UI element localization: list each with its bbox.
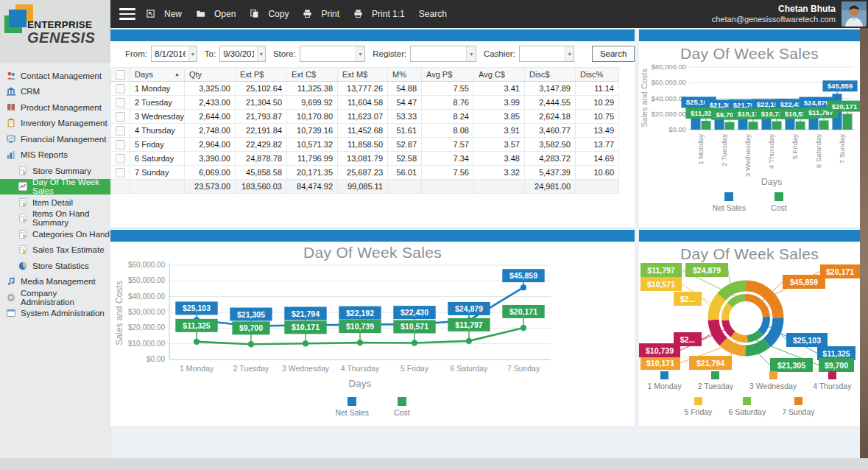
row-select-cell	[111, 152, 130, 166]
sidebar-item-company-administration[interactable]: Company Administration	[0, 290, 110, 306]
store-select[interactable]: ▾	[300, 46, 366, 62]
sidebar-item-product-management[interactable]: Product Management	[0, 99, 110, 116]
svg-text:6 Saturday: 6 Saturday	[814, 134, 822, 168]
cashier-input[interactable]	[520, 49, 565, 58]
legend-swatch	[769, 371, 777, 379]
table-row[interactable]: 1 Monday3,325.0025,102.6411,325.3813,777…	[111, 82, 619, 96]
column-header-ext-m-[interactable]: Ext M$	[338, 68, 388, 82]
table-row[interactable]: 2 Tuesday2,433.0021,304.509,699.9211,604…	[111, 96, 619, 110]
chevron-down-icon[interactable]: ▾	[466, 46, 475, 61]
to-date-input[interactable]	[220, 49, 257, 58]
sort-asc-icon[interactable]: ▲	[174, 71, 180, 77]
table-cell: 3.48	[474, 152, 525, 166]
table-row[interactable]: 7 Sunday6,069.0045,858.5820,171.3525,687…	[111, 166, 619, 180]
column-header-disc-[interactable]: Disc$	[525, 68, 576, 82]
bottom-band	[0, 458, 868, 470]
sidebar-item-mis-reports[interactable]: MIS Reports	[0, 147, 110, 164]
table-cell: 3,582.50	[525, 138, 576, 152]
contact-icon	[6, 71, 16, 81]
column-header-ext-p-[interactable]: Ext P$	[236, 68, 287, 82]
report-doc-icon	[18, 197, 28, 208]
svg-text:$11,797: $11,797	[647, 266, 675, 275]
register-select[interactable]: ▾	[410, 46, 476, 62]
sidebar-item-item-detail[interactable]: Item Detail	[0, 194, 110, 211]
toolbar-item-print-1-1[interactable]: Print 1:1	[353, 9, 405, 19]
sidebar-item-label: Contact Management	[21, 71, 102, 80]
legend-item-2-tuesday: 2 Tuesday	[698, 371, 733, 390]
row-checkbox[interactable]	[116, 112, 125, 122]
avatar[interactable]	[841, 1, 867, 27]
svg-text:$80,000.00: $80,000.00	[651, 63, 686, 71]
sidebar-item-label: System Administration	[21, 309, 105, 318]
toolbar-item-search[interactable]: Search	[419, 9, 447, 19]
toolbar-item-copy[interactable]: Copy	[250, 9, 289, 19]
row-checkbox[interactable]	[116, 126, 125, 136]
totals-select-cell	[111, 180, 130, 194]
legend-label: 1 Monday	[648, 382, 682, 390]
legend-swatch	[775, 192, 783, 201]
chevron-down-icon[interactable]: ▾	[188, 46, 197, 61]
sidebar-item-financial-management[interactable]: Financial Management	[0, 131, 110, 147]
table-cell: 11,452.68	[338, 124, 388, 138]
row-checkbox[interactable]	[116, 98, 125, 108]
app-logo: ENTERPRISE GENESIS	[0, 0, 110, 63]
register-input[interactable]	[411, 49, 466, 58]
sidebar-item-media-management[interactable]: Media Management	[0, 274, 110, 290]
table-cell: 51.61	[388, 124, 422, 138]
svg-text:$2...: $2...	[680, 335, 696, 344]
svg-text:$10,571: $10,571	[401, 322, 428, 331]
hamburger-menu-icon[interactable]	[119, 5, 135, 23]
sidebar-item-sales-tax-estimate[interactable]: Sales Tax Estimate	[0, 242, 110, 259]
cashier-select[interactable]: ▾	[519, 46, 574, 62]
row-checkbox[interactable]	[116, 84, 125, 94]
totals-cell: 99,085.11	[338, 180, 388, 194]
sidebar-item-day-of-the-week-sales[interactable]: Day Of The Week Sales	[0, 179, 110, 195]
sidebar-item-label: Categories On Hand	[32, 230, 110, 239]
column-header-avg-c-[interactable]: Avg C$	[474, 68, 525, 82]
sidebar-item-contact-management[interactable]: Contact Management	[0, 68, 110, 84]
column-header-days[interactable]: Days▲	[130, 68, 185, 82]
from-date-picker[interactable]: ▾	[151, 46, 197, 62]
chevron-down-icon[interactable]: ▾	[257, 46, 265, 61]
toolbar-item-new[interactable]: New	[146, 9, 182, 19]
row-checkbox[interactable]	[116, 140, 125, 150]
svg-text:$9,700: $9,700	[825, 361, 848, 370]
row-checkbox[interactable]	[116, 168, 125, 178]
sidebar-item-store-summary[interactable]: Store Summary	[0, 163, 110, 179]
user-block[interactable]: Chetan Bhuta chetan@genesissoftwaretech.…	[712, 4, 836, 25]
table-row[interactable]: 4 Thursday2,748.0022,191.8410,739.1611,4…	[111, 124, 619, 138]
sidebar-item-items-on-hand-summary[interactable]: Items On Hand Summary	[0, 211, 110, 227]
store-input[interactable]	[300, 49, 356, 58]
table-row[interactable]: 6 Saturday3,390.0024,878.7811,796.9913,0…	[111, 152, 619, 166]
to-date-picker[interactable]: ▾	[219, 46, 266, 62]
row-checkbox[interactable]	[116, 154, 125, 164]
toolbar-item-print[interactable]: Print	[303, 9, 339, 19]
svg-text:$25,103: $25,103	[793, 336, 821, 345]
sidebar-item-crm[interactable]: CRM	[0, 84, 110, 100]
table-cell: 11,604.58	[338, 96, 388, 110]
column-header-m-[interactable]: M%	[388, 68, 422, 82]
select-all-checkbox[interactable]	[116, 70, 125, 80]
sidebar-item-system-administration[interactable]: System Administration	[0, 306, 110, 322]
table-row[interactable]: 3 Wednesday2,644.0021,793.8710,170.8011,…	[111, 110, 619, 124]
legend-item-7-sunday: 7 Sunday	[782, 397, 814, 416]
from-date-input[interactable]	[152, 49, 188, 58]
svg-text:$45,859: $45,859	[509, 271, 537, 280]
user-email: chetan@genesissoftwaretech.com	[712, 15, 836, 25]
column-header-disc-[interactable]: Disc%	[576, 68, 619, 82]
chevron-down-icon[interactable]: ▾	[565, 46, 574, 61]
table-cell: 2,444.55	[525, 96, 576, 110]
sidebar-item-categories-on-hand[interactable]: Categories On Hand	[0, 226, 110, 242]
search-button[interactable]: Search	[592, 46, 635, 62]
cashier-label: Cashier:	[484, 49, 515, 58]
table-row[interactable]: 5 Friday2,964.0022,429.8210,571.3211,858…	[111, 138, 619, 152]
chevron-down-icon[interactable]: ▾	[356, 46, 364, 61]
table-cell: 1 Monday	[130, 82, 185, 96]
table-cell: 5 Friday	[130, 138, 185, 152]
column-header-ext-c-[interactable]: Ext C$	[287, 68, 338, 82]
column-header-avg-p-[interactable]: Avg P$	[422, 68, 474, 82]
column-header-qty[interactable]: Qty	[185, 68, 236, 82]
toolbar-item-open[interactable]: Open	[196, 9, 236, 19]
sidebar-item-store-statistics[interactable]: Store Statistics	[0, 258, 110, 274]
sidebar-item-inventory-management[interactable]: Inventory Management	[0, 116, 110, 132]
